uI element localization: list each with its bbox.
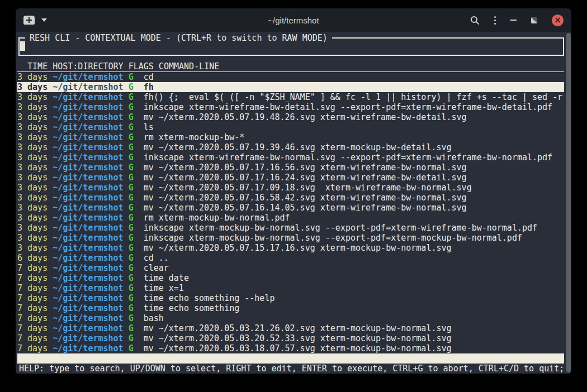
row-host-directory: ~/git/termshot <box>53 92 123 102</box>
history-row[interactable]: 3 days~/git/termshotGls <box>17 122 564 132</box>
history-row[interactable]: 7 days~/git/termshotGtime echo something <box>17 303 564 313</box>
history-row[interactable]: 3 days~/git/termshotGmv ~/xterm.2020.05.… <box>17 112 564 122</box>
row-flags: G <box>129 253 134 263</box>
row-flags: G <box>129 243 134 253</box>
row-flags: G <box>129 263 134 273</box>
history-row[interactable]: 7 days~/git/termshotGtime x=1 <box>17 283 564 293</box>
row-flags: G <box>129 273 134 283</box>
row-time: 3 days <box>17 122 48 132</box>
new-tab-button[interactable] <box>23 16 35 25</box>
history-row[interactable]: 3 days~/git/termshotGrm xterm-mockup-bw-… <box>17 213 564 223</box>
row-host-directory: ~/git/termshot <box>53 122 123 132</box>
row-flags: G <box>129 323 134 333</box>
row-command: time echo something --help <box>144 293 275 303</box>
history-row[interactable]: 3 days~/git/termshotGmv ~/xterm.2020.05.… <box>17 243 564 253</box>
history-row[interactable]: 3 days~/git/termshotGmv ~/xterm.2020.05.… <box>17 203 564 213</box>
status-bar: 2020-05-08 00:34:56tower:~/git/termshotf… <box>17 353 564 364</box>
history-row[interactable]: 3 days~/git/termshotGmv ~/xterm.2020.05.… <box>17 193 564 203</box>
row-time: 7 days <box>17 283 48 293</box>
row-host-directory: ~/git/termshot <box>53 293 123 303</box>
row-command: ls <box>144 122 154 132</box>
row-time: 3 days <box>17 92 48 102</box>
row-flags: G <box>129 183 134 193</box>
row-flags: G <box>129 203 134 213</box>
search-button[interactable] <box>470 16 480 25</box>
history-row[interactable]: 7 days~/git/termshotGtime date <box>17 273 564 283</box>
titlebar[interactable]: ~/git/termshot × <box>16 8 571 32</box>
row-time: 3 days <box>17 173 48 183</box>
row-command: mv ~/xterm.2020.05.07.19.39.46.svg xterm… <box>144 142 452 152</box>
help-bar: HELP: type to search, UP/DOWN to select,… <box>17 364 564 374</box>
row-command: inkscape xterm-mockup-bw-normal.svg --ex… <box>144 223 537 233</box>
row-host-directory: ~/git/termshot <box>53 223 123 233</box>
row-flags: G <box>129 102 134 112</box>
row-flags: G <box>129 213 134 223</box>
history-row[interactable]: 7 days~/git/termshotGclear <box>17 263 564 273</box>
history-row[interactable]: 3 days~/git/termshotGmv ~/xterm.2020.05.… <box>17 173 564 183</box>
history-row[interactable]: 3 days~/git/termshotGmv ~/xterm.2020.05.… <box>17 142 564 152</box>
row-time: 7 days <box>17 323 48 333</box>
table-header: TIME HOST:DIRECTORY FLAGS COMMAND-LINE <box>17 61 564 72</box>
history-row[interactable]: 3 days~/git/termshotGrm xterm-mockup-bw-… <box>17 132 564 142</box>
minimize-button[interactable] <box>510 20 517 21</box>
row-host-directory: ~/git/termshot <box>53 343 123 353</box>
history-row[interactable]: 7 days~/git/termshotGmv ~/xterm.2020.05.… <box>17 333 564 343</box>
row-flags: G <box>129 313 134 323</box>
row-host-directory: ~/git/termshot <box>53 193 123 203</box>
history-row[interactable]: 3 days~/git/termshotGinkscape xterm-mock… <box>17 223 564 233</box>
row-time: 3 days <box>17 142 48 152</box>
search-query-box[interactable]: RESH CLI - CONTEXTUAL MODE - (CTRL+R to … <box>18 37 564 56</box>
row-host-directory: ~/git/termshot <box>53 333 123 343</box>
row-host-directory: ~/git/termshot <box>53 243 123 253</box>
row-host-directory: ~/git/termshot <box>53 152 123 162</box>
history-row[interactable]: 7 days~/git/termshotGmv ~/xterm.2020.05.… <box>17 323 564 333</box>
row-flags: G <box>129 82 134 92</box>
row-time: 3 days <box>17 223 48 233</box>
history-row[interactable]: 3 days~/git/termshotGfh() {; eval $( ([ … <box>17 92 564 102</box>
row-time: 3 days <box>17 233 48 243</box>
row-host-directory: ~/git/termshot <box>53 102 123 112</box>
row-flags: G <box>129 233 134 243</box>
row-command: rm xterm-mockup-bw-normal.pdf <box>144 213 290 223</box>
row-host-directory: ~/git/termshot <box>53 313 123 323</box>
history-row[interactable]: 6 days~/git/termshotGcd .. <box>17 253 564 263</box>
new-tab-icon <box>23 16 35 25</box>
scrollbar-thumb[interactable] <box>566 33 571 372</box>
spacer <box>17 56 564 61</box>
row-time: 3 days <box>17 162 48 173</box>
row-command: mv ~/xterm.2020.05.07.17.16.24.svg xterm… <box>144 173 467 183</box>
row-time: 3 days <box>17 213 48 223</box>
history-row[interactable]: 7 days~/git/termshotGbash <box>17 313 564 323</box>
close-button[interactable]: × <box>552 15 564 26</box>
row-command: mv ~/xterm.2020.05.07.16.14.05.svg xterm… <box>144 203 467 213</box>
row-host-directory: ~/git/termshot <box>53 263 123 273</box>
row-time: 7 days <box>17 273 48 283</box>
history-row[interactable]: 3 days~/git/termshotGmv ~/xterm.2020.05.… <box>17 162 564 173</box>
row-flags: G <box>129 122 134 132</box>
row-time: 3 days <box>17 193 48 203</box>
row-command: rm xterm-mockup-bw-* <box>144 132 245 142</box>
history-row[interactable]: 3 days~/git/termshotGinkscape xterm-wire… <box>17 152 564 162</box>
row-host-directory: ~/git/termshot <box>53 112 123 122</box>
row-host-directory: ~/git/termshot <box>53 142 123 152</box>
tab-dropdown-icon[interactable] <box>41 18 47 22</box>
history-row[interactable]: 3 days~/git/termshotGcd <box>17 72 564 82</box>
row-time: 7 days <box>17 263 48 273</box>
history-row[interactable]: 7 days~/git/termshotGtime echo something… <box>17 293 564 303</box>
history-row[interactable]: 3 days~/git/termshotGfh <box>17 82 564 92</box>
row-command: clear <box>144 263 169 273</box>
history-row[interactable]: 3 days~/git/termshotGinkscape xterm-mock… <box>17 233 564 243</box>
row-time: 7 days <box>17 313 48 323</box>
row-time: 3 days <box>17 102 48 112</box>
menu-button[interactable] <box>494 16 496 25</box>
row-time: 3 days <box>17 203 48 213</box>
row-flags: G <box>129 142 134 152</box>
row-host-directory: ~/git/termshot <box>53 323 123 333</box>
row-command: inkscape xterm-mockup-bw-normal.svg --ex… <box>144 233 522 243</box>
terminal-screen[interactable]: RESH CLI - CONTEXTUAL MODE - (CTRL+R to … <box>16 32 571 374</box>
text-cursor <box>20 41 25 51</box>
history-row[interactable]: 3 days~/git/termshotGinkscape xterm-wire… <box>17 102 564 112</box>
history-row[interactable]: 7 days~/git/termshotGmv ~/xterm.2020.05.… <box>17 343 564 353</box>
history-row[interactable]: 3 days~/git/termshotGmv ~/xterm.2020.05.… <box>17 183 564 193</box>
restore-button[interactable] <box>531 17 537 23</box>
